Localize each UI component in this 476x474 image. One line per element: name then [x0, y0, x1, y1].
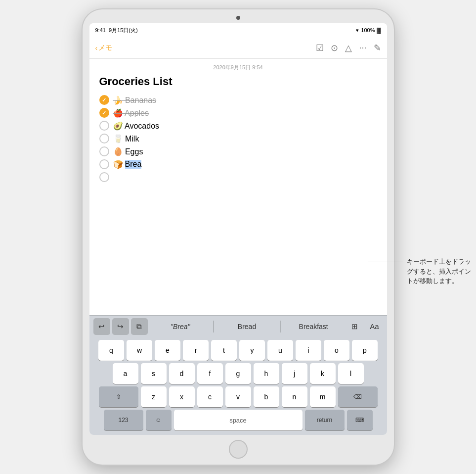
- ipad-frame: 9:41 9月15日(火) ▾ 100% ▓ ‹ メモ ☑ ⊙ △ ··· ✎: [83, 9, 394, 465]
- nav-bar: ‹ メモ ☑ ⊙ △ ··· ✎: [89, 37, 387, 59]
- keyboard-row-1: q w e r t y u i o p: [91, 340, 385, 361]
- annotation-line: [368, 262, 403, 262]
- key-w[interactable]: w: [127, 340, 152, 361]
- item-text-1: 🍌 Bananas: [113, 95, 157, 105]
- table-icon[interactable]: ⊞: [346, 318, 363, 335]
- wifi-icon: ▾: [356, 27, 359, 34]
- item-text-5: 🥚 Eggs: [113, 147, 143, 156]
- key-a[interactable]: a: [113, 363, 138, 384]
- space-key[interactable]: space: [174, 410, 303, 430]
- annotation: キーボード上をドラッグすると、挿入ポイントが移動します。: [368, 257, 471, 286]
- key-i[interactable]: i: [296, 340, 321, 361]
- key-k[interactable]: k: [310, 363, 336, 384]
- list-item[interactable]: 🥛 Milk: [99, 134, 377, 143]
- list-item[interactable]: 🥑 Avocados: [99, 121, 377, 131]
- key-t[interactable]: t: [211, 340, 237, 361]
- key-q[interactable]: q: [98, 340, 124, 361]
- keyboard[interactable]: q w e r t y u i o p a s d f g h j k: [89, 337, 387, 435]
- item-text-4: 🥛 Milk: [113, 134, 139, 143]
- ac-right-actions: ⊞ Aa: [346, 318, 383, 335]
- delete-key[interactable]: ⌫: [338, 386, 378, 407]
- battery-percentage: 100%: [361, 27, 375, 33]
- key-p[interactable]: p: [352, 340, 378, 361]
- check-circle-2[interactable]: [99, 108, 109, 118]
- time-display: 9:41: [95, 27, 106, 33]
- key-y[interactable]: y: [239, 340, 265, 361]
- keyboard-row-3: ⇧ z x c v b n m ⌫: [91, 386, 385, 407]
- key-e[interactable]: e: [155, 340, 180, 361]
- check-circle-7[interactable]: [99, 172, 109, 182]
- return-key[interactable]: return: [305, 410, 345, 430]
- emoji-key[interactable]: ☺: [146, 410, 172, 430]
- check-circle-1[interactable]: [99, 95, 109, 105]
- key-r[interactable]: r: [183, 340, 209, 361]
- key-f[interactable]: f: [197, 363, 223, 384]
- suggestion-bread[interactable]: Bread: [214, 321, 280, 332]
- item-text-2: 🍎 Apples: [113, 108, 149, 118]
- note-timestamp: 2020年9月15日 9:54: [99, 64, 377, 71]
- check-circle-5[interactable]: [99, 146, 109, 156]
- annotation-text: キーボード上をドラッグすると、挿入ポイントが移動します。: [407, 257, 471, 286]
- key-b[interactable]: b: [254, 386, 279, 407]
- key-m[interactable]: m: [310, 386, 336, 407]
- keyboard-row-4: 123 ☺ space return ⌨: [91, 410, 385, 430]
- ipad-screen: 9:41 9月15日(火) ▾ 100% ▓ ‹ メモ ☑ ⊙ △ ··· ✎: [89, 23, 387, 435]
- key-g[interactable]: g: [225, 363, 251, 384]
- text-format-icon[interactable]: Aa: [366, 318, 383, 335]
- suggestion-quoted[interactable]: "Brea": [148, 321, 214, 332]
- shift-key[interactable]: ⇧: [99, 386, 138, 407]
- key-u[interactable]: u: [267, 340, 293, 361]
- edit-icon[interactable]: ✎: [374, 43, 381, 53]
- back-chevron-icon: ‹: [95, 44, 98, 52]
- check-icon[interactable]: ☑: [316, 43, 324, 53]
- key-h[interactable]: h: [254, 363, 279, 384]
- undo-button[interactable]: ↩: [93, 318, 110, 335]
- status-left: 9:41 9月15日(火): [95, 27, 138, 34]
- key-l[interactable]: l: [338, 363, 364, 384]
- key-c[interactable]: c: [197, 386, 223, 407]
- check-circle-4[interactable]: [99, 134, 109, 143]
- key-j[interactable]: j: [282, 363, 307, 384]
- ac-left-actions: ↩ ↪ ⧉: [93, 318, 148, 335]
- checklist: 🍌 Bananas 🍎 Apples 🥑 Avocados 🥛 Milk: [99, 95, 377, 182]
- selected-text: Brea: [125, 160, 142, 169]
- back-button[interactable]: ‹ メモ: [95, 44, 113, 52]
- list-item[interactable]: 🍞 Brea: [99, 159, 377, 169]
- list-item[interactable]: 🍎 Apples: [99, 108, 377, 118]
- paste-button[interactable]: ⧉: [131, 318, 148, 335]
- suggestion-breakfast[interactable]: Breakfast: [280, 321, 346, 332]
- camera-icon[interactable]: ⊙: [331, 43, 338, 53]
- list-item[interactable]: 🍌 Bananas: [99, 95, 377, 105]
- camera-dot: [236, 16, 240, 20]
- ac-suggestions: "Brea" Bread Breakfast: [148, 321, 346, 332]
- key-s[interactable]: s: [141, 363, 167, 384]
- list-item[interactable]: [99, 172, 377, 182]
- back-label: メモ: [98, 44, 112, 52]
- hide-keyboard-key[interactable]: ⌨: [347, 410, 373, 430]
- home-button[interactable]: [229, 440, 248, 459]
- status-right: ▾ 100% ▓: [356, 27, 381, 34]
- key-x[interactable]: x: [169, 386, 195, 407]
- date-display: 9月15日(火): [109, 27, 138, 34]
- redo-button[interactable]: ↪: [112, 318, 129, 335]
- draw-icon[interactable]: △: [345, 43, 352, 53]
- key-z[interactable]: z: [141, 386, 167, 407]
- key-n[interactable]: n: [282, 386, 307, 407]
- check-circle-6[interactable]: [99, 159, 109, 169]
- item-text-6: 🍞 Brea: [113, 160, 142, 169]
- more-icon[interactable]: ···: [359, 43, 366, 53]
- nav-actions: ☑ ⊙ △ ··· ✎: [316, 43, 381, 53]
- item-text-3: 🥑 Avocados: [113, 121, 160, 131]
- keyboard-row-2: a s d f g h j k l: [91, 363, 385, 384]
- check-circle-3[interactable]: [99, 121, 109, 131]
- autocorrect-bar: ↩ ↪ ⧉ "Brea" Bread Breakfast ⊞ Aa: [89, 315, 387, 337]
- list-item[interactable]: 🥚 Eggs: [99, 146, 377, 156]
- numbers-key[interactable]: 123: [104, 410, 143, 430]
- note-content[interactable]: 2020年9月15日 9:54 Groceries List 🍌 Bananas…: [89, 59, 387, 315]
- battery-icon: ▓: [377, 27, 381, 33]
- key-v[interactable]: v: [225, 386, 251, 407]
- key-d[interactable]: d: [169, 363, 195, 384]
- note-title: Groceries List: [99, 75, 377, 88]
- status-bar: 9:41 9月15日(火) ▾ 100% ▓: [89, 23, 387, 37]
- key-o[interactable]: o: [324, 340, 349, 361]
